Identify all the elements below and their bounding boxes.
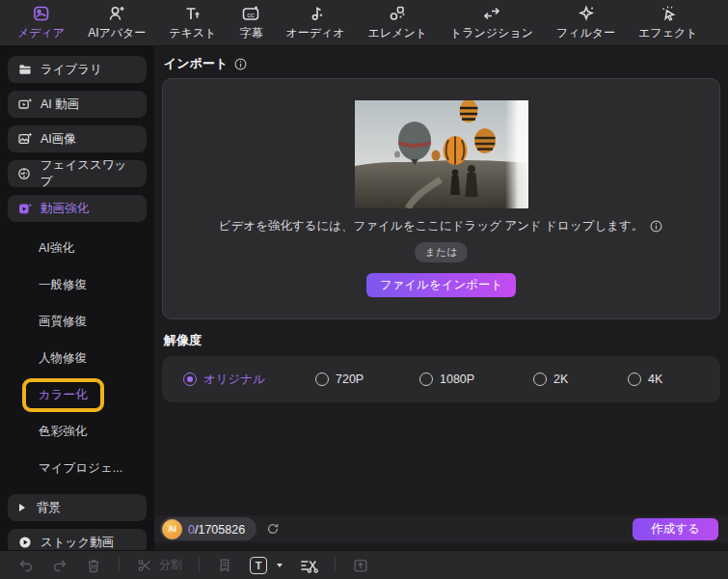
sidebar-item-library[interactable]: ライブラリ	[8, 56, 147, 83]
refresh-icon[interactable]	[265, 521, 281, 537]
text-tool-icon: T	[250, 557, 267, 574]
radio-icon	[419, 372, 433, 386]
import-title-label: インポート	[164, 55, 228, 72]
magic-cursor-icon	[659, 4, 678, 23]
toolbar-divider	[119, 558, 120, 572]
delete-icon[interactable]	[85, 557, 102, 574]
main-panel: インポート	[154, 46, 728, 550]
sidebar-item-ai-image[interactable]: AI画像	[8, 125, 147, 152]
ai-image-icon	[16, 131, 33, 147]
tab-elements[interactable]: エレメント	[357, 0, 439, 46]
text-icon	[183, 4, 202, 23]
sidebar-item-background[interactable]: 背景	[8, 494, 147, 521]
resolution-option-720p[interactable]: 720P	[315, 372, 419, 386]
sidebar-item-label: AI画像	[40, 131, 76, 148]
media-icon	[32, 4, 51, 23]
tab-label: オーディオ	[285, 25, 344, 41]
resolution-option-2k[interactable]: 2K	[533, 372, 628, 386]
ai-coin-icon: AI	[162, 519, 182, 539]
sidebar-item-video-enhance[interactable]: 動画強化	[8, 195, 147, 222]
sidebar-item-label: 動画強化	[40, 201, 89, 217]
sidebar-item-ai-video[interactable]: AI 動画	[8, 91, 147, 118]
submenu-item-person-repair[interactable]: 人物修復	[0, 340, 154, 376]
tab-label: エレメント	[368, 25, 427, 41]
ai-credits-counter: AI 0/1705826	[160, 517, 256, 540]
resolution-options-panel: オリジナル 720P 1080P 2K 4K	[162, 356, 720, 402]
toolbar-divider	[335, 558, 336, 572]
import-section-header: インポート	[154, 46, 728, 78]
tab-text[interactable]: テキスト	[157, 0, 228, 46]
chevron-down-icon	[277, 564, 283, 567]
auto-cut-icon[interactable]	[299, 557, 318, 574]
stock-video-icon	[16, 535, 33, 550]
ai-video-icon	[16, 96, 33, 112]
sidebar-item-label: フェイススワップ	[40, 157, 138, 190]
cc-icon: cc	[241, 4, 260, 23]
tab-label: AIアバター	[88, 25, 146, 41]
radio-icon	[315, 372, 329, 386]
submenu-item-colorize[interactable]: カラー化	[0, 376, 154, 413]
tab-media[interactable]: メディア	[6, 0, 76, 46]
svg-text:cc: cc	[248, 11, 256, 19]
import-file-button[interactable]: ファイルをインポート	[366, 273, 517, 297]
tab-label: テキスト	[169, 25, 216, 41]
radio-selected-icon	[183, 372, 197, 386]
export-icon[interactable]	[352, 557, 369, 574]
submenu-item-my-projects[interactable]: マイプロジェ...	[0, 450, 154, 486]
marker-icon[interactable]	[216, 557, 233, 574]
tab-subtitles[interactable]: cc 字幕	[228, 0, 274, 46]
sidebar-item-label: AI 動画	[40, 96, 79, 113]
undo-icon[interactable]	[17, 557, 35, 574]
create-button[interactable]: 作成する	[633, 518, 718, 540]
colorize-highlight-box: カラー化	[22, 378, 104, 412]
tab-label: エフェクト	[638, 25, 697, 41]
submenu-item-color-enhance[interactable]: 色彩強化	[0, 413, 154, 450]
video-enhance-icon	[16, 201, 33, 216]
submenu-item-quality-repair[interactable]: 画質修復	[0, 303, 154, 340]
submenu-item-general-repair[interactable]: 一般修復	[0, 266, 154, 303]
resolution-option-1080p[interactable]: 1080P	[419, 372, 533, 386]
or-label: または	[415, 242, 469, 262]
top-navigation: メディア AIアバター テキスト cc 字幕	[0, 0, 728, 46]
submenu-item-ai-enhance[interactable]: AI強化	[0, 230, 154, 266]
chevron-right-icon	[19, 504, 25, 511]
text-tool-button[interactable]: T	[250, 557, 283, 574]
credits-used: 0	[188, 523, 195, 537]
dropzone-preview-image	[355, 100, 528, 208]
face-swap-icon	[16, 166, 33, 181]
resolution-option-4k[interactable]: 4K	[628, 372, 662, 386]
split-button[interactable]: 分割	[136, 557, 182, 574]
file-dropzone[interactable]: ビデオを強化するには、ファイルをここにドラッグ アンド ドロップします。 または…	[162, 78, 720, 319]
tab-transitions[interactable]: トランジション	[439, 0, 545, 46]
tab-ai-avatar[interactable]: AIアバター	[76, 0, 157, 46]
info-icon[interactable]	[649, 219, 663, 234]
tab-label: メディア	[17, 25, 65, 41]
dropzone-hint: ビデオを強化するには、ファイルをここにドラッグ アンド ドロップします。	[163, 218, 719, 234]
sidebar-item-label: 背景	[37, 500, 61, 516]
radio-icon	[628, 372, 641, 386]
bottom-toolbar: 分割 T	[0, 550, 728, 579]
info-icon[interactable]	[233, 57, 248, 71]
folder-icon	[16, 62, 33, 77]
tab-filters[interactable]: フィルター	[545, 0, 627, 46]
transition-arrows-icon	[482, 4, 501, 23]
video-enhance-submenu: AI強化 一般修復 画質修復 人物修復 カラー化 色彩強化 マイプロジェ...	[0, 230, 154, 486]
elements-icon	[388, 4, 407, 23]
resolution-section-label: 解像度	[164, 332, 728, 349]
resolution-option-original[interactable]: オリジナル	[183, 372, 315, 388]
avatar-icon	[107, 4, 126, 23]
tab-effects[interactable]: エフェクト	[627, 0, 709, 46]
tab-label: フィルター	[556, 25, 615, 41]
credits-bar: AI 0/1705826 作成する	[154, 515, 728, 542]
music-note-icon	[306, 4, 325, 23]
sidebar-item-label: ストック動画	[40, 535, 114, 551]
redo-icon[interactable]	[51, 557, 68, 574]
toolbar-divider	[199, 558, 200, 572]
tab-label: トランジション	[450, 25, 533, 41]
sidebar-item-face-swap[interactable]: フェイススワップ	[8, 160, 147, 187]
tab-label: 字幕	[239, 25, 262, 41]
tab-audio[interactable]: オーディオ	[274, 0, 356, 46]
sidebar: ライブラリ AI 動画 AI画像	[0, 46, 154, 550]
sparkle-icon	[577, 4, 596, 23]
sidebar-item-label: ライブラリ	[40, 62, 102, 78]
